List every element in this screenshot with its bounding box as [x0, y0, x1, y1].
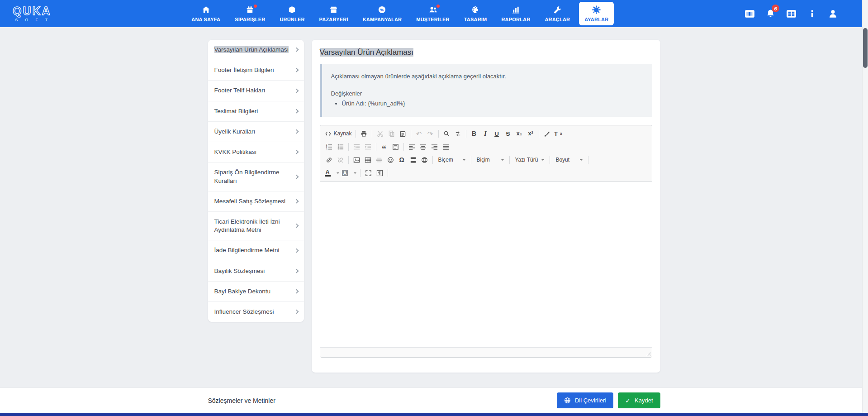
- strikethrough-button[interactable]: S: [503, 128, 514, 139]
- svg-text:3: 3: [326, 148, 327, 150]
- scrollbar-thumb[interactable]: [863, 28, 868, 68]
- main-navigation: ANA SAYFA SİPARİŞLER ÜRÜNLER PAZARYERİ %: [70, 2, 730, 25]
- language-translations-button[interactable]: Dil Çevirileri: [557, 392, 613, 408]
- sidebar-item-teslimat-bilgileri[interactable]: Teslimat Bilgileri: [208, 101, 304, 122]
- bold-button[interactable]: B: [469, 128, 480, 139]
- background-color-button[interactable]: A: [341, 167, 358, 179]
- sidebar-item-siparis-on-bilgilendirme[interactable]: Sipariş Ön Bilgilendirme Kuralları: [208, 163, 304, 191]
- copy-button[interactable]: [386, 128, 397, 139]
- nav-item-araclar[interactable]: ARAÇLAR: [539, 2, 575, 25]
- maximize-button[interactable]: [363, 167, 374, 179]
- toolbar-separator: [388, 169, 388, 177]
- underline-button[interactable]: U: [491, 128, 503, 139]
- bar-chart-icon: [511, 5, 520, 14]
- numbered-list-button[interactable]: 123: [323, 141, 335, 153]
- save-button[interactable]: ✓ Kaydet: [618, 392, 660, 408]
- users-icon: [428, 5, 437, 14]
- percent-icon: %: [378, 5, 387, 14]
- unlink-button[interactable]: [335, 154, 346, 166]
- source-button[interactable]: Kaynak: [323, 128, 353, 139]
- special-character-button[interactable]: Ω: [396, 154, 408, 166]
- link-button[interactable]: [323, 154, 335, 166]
- nav-item-urunler[interactable]: ÜRÜNLER: [274, 2, 310, 25]
- chevron-down-icon: [541, 159, 544, 162]
- sidebar-item-bayilik-sozlesmesi[interactable]: Bayilik Sözleşmesi: [208, 261, 304, 282]
- styles-combo[interactable]: Biçem: [435, 154, 469, 165]
- brand-logo[interactable]: QUKA S O F T: [13, 5, 52, 22]
- user-icon[interactable]: [827, 8, 838, 19]
- paste-button[interactable]: [397, 128, 408, 139]
- nav-item-pazaryeri[interactable]: PAZARYERİ: [314, 2, 354, 25]
- div-container-button[interactable]: [390, 141, 401, 153]
- smiley-button[interactable]: [385, 154, 396, 166]
- italic-button[interactable]: I: [480, 128, 491, 139]
- image-button[interactable]: [351, 154, 362, 166]
- align-right-button[interactable]: [429, 141, 440, 153]
- sidebar-item-iade-bilgilendirme-metni[interactable]: İade Bilgilendirme Metni: [208, 240, 304, 261]
- redo-button[interactable]: ↷: [425, 128, 436, 139]
- product-cube-icon: [288, 5, 297, 14]
- nav-item-siparisler[interactable]: SİPARİŞLER: [229, 2, 270, 25]
- nav-item-musteriler[interactable]: MÜŞTERİLER: [411, 2, 455, 25]
- sidebar-item-footer-iletisim-bilgileri[interactable]: Footer İletişim Bilgileri: [208, 60, 304, 81]
- nav-item-ana-sayfa[interactable]: ANA SAYFA: [186, 2, 226, 25]
- size-combo[interactable]: Boyut: [552, 154, 586, 165]
- decrease-indent-button[interactable]: [351, 141, 362, 153]
- sidebar-item-varsayilan-urun-aciklamasi[interactable]: Varsayılan Ürün Açıklaması: [208, 40, 304, 60]
- print-button[interactable]: [358, 128, 370, 139]
- superscript-button[interactable]: x²: [525, 128, 536, 139]
- sidebar-item-mesafeli-satis-sozlesmesi[interactable]: Mesafeli Satış Sözleşmesi: [208, 191, 304, 212]
- subscript-button[interactable]: x₂: [514, 128, 525, 139]
- increase-indent-button[interactable]: [362, 141, 374, 153]
- show-blocks-button[interactable]: [374, 167, 385, 179]
- resize-grip[interactable]: [646, 351, 651, 356]
- align-left-button[interactable]: [406, 141, 417, 153]
- table-button[interactable]: [362, 154, 374, 166]
- info-icon[interactable]: [806, 8, 817, 19]
- format-combo[interactable]: Biçim: [474, 154, 507, 165]
- nav-item-ayarlar[interactable]: AYARLAR: [579, 2, 614, 25]
- notifications-bell-icon[interactable]: 6: [765, 8, 776, 19]
- justify-button[interactable]: [440, 141, 451, 153]
- sidebar-item-footer-telif-haklari[interactable]: Footer Telif Hakları: [208, 81, 304, 101]
- sidebar-item-label: Sipariş Ön Bilgilendirme Kuralları: [214, 169, 280, 184]
- apps-grid-icon[interactable]: [786, 8, 797, 19]
- toolbar-separator: [348, 143, 349, 151]
- sidebar-item-label: Footer İletişim Bilgileri: [214, 67, 274, 73]
- editor-content[interactable]: [320, 182, 652, 347]
- remove-format-button[interactable]: Tx: [553, 128, 564, 139]
- chevron-down-icon: [337, 172, 339, 175]
- chevron-right-icon: [294, 268, 299, 273]
- find-button[interactable]: [441, 128, 452, 139]
- toolbar-separator: [432, 156, 433, 164]
- cut-button[interactable]: [375, 128, 386, 139]
- sidebar-item-label: Teslimat Bilgileri: [214, 108, 258, 115]
- nav-item-label: SİPARİŞLER: [235, 17, 265, 22]
- blockquote-button[interactable]: “: [379, 141, 390, 153]
- sidebar-item-bayi-bakiye-dekontu[interactable]: Bayi Bakiye Dekontu: [208, 282, 304, 302]
- nav-item-tasarim[interactable]: TASARIM: [459, 2, 493, 25]
- toolbar-separator: [438, 130, 439, 138]
- palette-icon: [471, 5, 480, 14]
- page-scrollbar[interactable]: [862, 0, 868, 413]
- page-break-button[interactable]: [408, 154, 419, 166]
- horizontal-rule-button[interactable]: [374, 154, 385, 166]
- text-color-button[interactable]: A: [323, 167, 341, 179]
- bulleted-list-button[interactable]: [335, 141, 346, 153]
- sidebar-item-ticari-elektronik-ileti[interactable]: Ticari Elektronik İleti İzni Aydınlatma …: [208, 212, 304, 240]
- barcode-icon[interactable]: [744, 8, 755, 19]
- iframe-globe-button[interactable]: [419, 154, 430, 166]
- sidebar-item-kvkk-politikasi[interactable]: KVKK Politikası: [208, 142, 304, 163]
- sidebar-item-influencer-sozlesmesi[interactable]: Influencer Sözleşmesi: [208, 302, 304, 322]
- brand-subtitle: S O F T: [14, 18, 51, 22]
- nav-item-raporlar[interactable]: RAPORLAR: [496, 2, 536, 25]
- align-center-button[interactable]: [417, 141, 429, 153]
- replace-button[interactable]: [452, 128, 464, 139]
- nav-item-kampanyalar[interactable]: % KAMPANYALAR: [357, 2, 408, 25]
- undo-button[interactable]: ↶: [413, 128, 425, 139]
- sidebar-item-label: Bayi Bakiye Dekontu: [214, 288, 271, 295]
- chevron-right-icon: [294, 310, 299, 314]
- sidebar-item-uyelik-kurallari[interactable]: Üyelik Kuralları: [208, 122, 304, 142]
- font-combo[interactable]: Yazı Türü: [512, 154, 548, 165]
- copy-formatting-button[interactable]: [541, 128, 553, 139]
